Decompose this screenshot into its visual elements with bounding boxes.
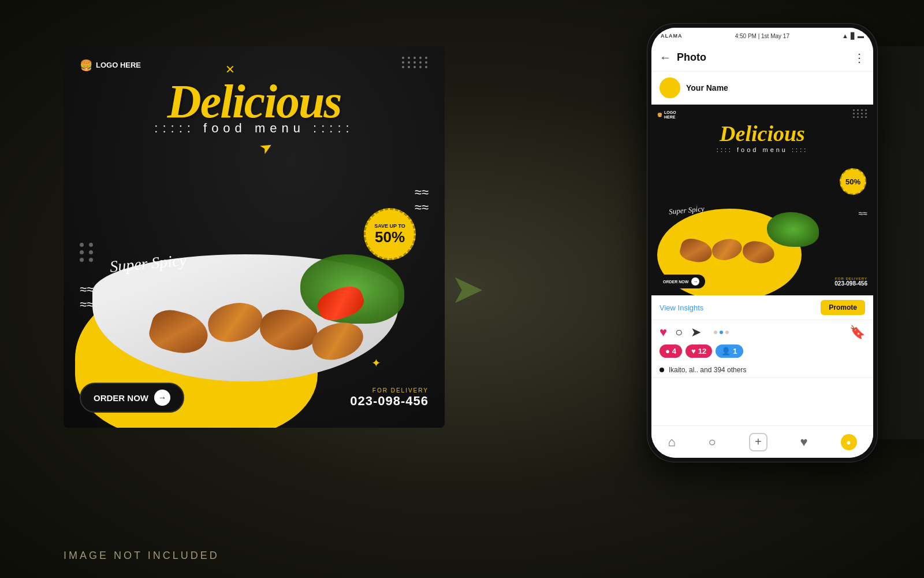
- view-insights-link[interactable]: View Insights: [660, 303, 703, 312]
- profile-icon-symbol: ●: [846, 438, 851, 447]
- wifi-icon: ▲: [842, 32, 848, 39]
- order-now-button[interactable]: ORDER NOW →: [80, 383, 184, 413]
- delivery-phone: 023-098-456: [350, 394, 429, 409]
- center-arrow: ➤: [450, 265, 485, 313]
- food-menu-subtitle: ::::: food menu :::::: [64, 121, 445, 136]
- ph-order-arrow: →: [691, 277, 699, 286]
- user-notif-icon: 👤: [721, 347, 731, 355]
- share-button[interactable]: ➤: [691, 325, 701, 340]
- phone-mockup: ALAMA 4:50 PM | 1st May 17 ▲ ▊ ▬ ← Photo…: [647, 23, 878, 462]
- liked-by-avatar-dot: [660, 368, 664, 372]
- add-icon-symbol: +: [755, 435, 762, 449]
- status-bar: ALAMA 4:50 PM | 1st May 17 ▲ ▊ ▬: [651, 28, 873, 44]
- profile-nav-icon[interactable]: ●: [841, 434, 857, 450]
- ph-delicious-title: Delicious: [651, 121, 873, 146]
- discount-percent: 50%: [375, 229, 405, 244]
- food-image-area: [92, 225, 416, 381]
- wave-decoration-right: ≈≈≈≈: [415, 185, 429, 215]
- phone-screen: ALAMA 4:50 PM | 1st May 17 ▲ ▊ ▬ ← Photo…: [651, 28, 873, 458]
- ph-order-label: ORDER NOW: [663, 280, 688, 284]
- battery-icon: ▬: [858, 32, 864, 39]
- user-notif-count: 1: [733, 347, 737, 355]
- ph-logo: 🍔 LOGOHERE: [657, 110, 676, 119]
- comment-notif[interactable]: ● 4: [660, 344, 682, 358]
- title-area: Delicious ::::: food menu :::::: [64, 78, 445, 136]
- dots-right-deco: :::::: [313, 121, 354, 135]
- insights-bar: View Insights Promote: [651, 295, 873, 320]
- logo-area: 🍔 LOGO HERE: [80, 59, 141, 72]
- nav-title: Photo: [677, 51, 848, 64]
- ph-save-badge: 50%: [840, 168, 866, 195]
- like-notif-count: 12: [698, 347, 706, 355]
- ph-wing1: [678, 236, 714, 266]
- food-ad-card: 🍔 LOGO HERE Delicious ::::: food menu ::…: [64, 46, 445, 428]
- carrier-text: ALAMA: [661, 33, 683, 39]
- home-nav-icon[interactable]: ⌂: [668, 435, 675, 450]
- bookmark-button[interactable]: 🔖: [850, 325, 865, 340]
- promote-button[interactable]: Promote: [821, 300, 865, 315]
- ph-wing3: [742, 239, 776, 265]
- ph-logo-text: LOGOHERE: [664, 110, 676, 119]
- profile-row: Your Name: [651, 72, 873, 105]
- order-btn-label: ORDER NOW: [94, 393, 148, 403]
- ph-delivery-info: FOR DELIVERY 023-098-456: [834, 277, 867, 287]
- star-cross-tl: ✕: [225, 62, 235, 76]
- dot-2: [720, 331, 723, 334]
- profile-name: Your Name: [686, 83, 865, 92]
- bottom-label: IMAGE NOT INCLUDED: [64, 550, 219, 562]
- like-notif[interactable]: ♥ 12: [685, 344, 712, 358]
- liked-by-text: lkaito, al.. and 394 others: [669, 366, 746, 374]
- notification-bubbles: ● 4 ♥ 12 👤 1: [651, 344, 873, 362]
- user-notif[interactable]: 👤 1: [716, 344, 743, 358]
- ph-food-items: [657, 189, 819, 270]
- avatar: [660, 77, 680, 98]
- ph-wing2: [710, 237, 743, 262]
- search-nav-icon[interactable]: ○: [709, 435, 716, 450]
- action-bar: ♥ ○ ➤ 🔖: [651, 320, 873, 344]
- dots-left-deco: :::::: [154, 121, 195, 135]
- dot-3: [725, 331, 729, 334]
- likes-nav-icon[interactable]: ♥: [800, 435, 808, 450]
- post-image: 🍔 LOGOHERE Delicious :::: food menu ::::: [651, 105, 873, 295]
- ph-discount-pct: 50%: [845, 177, 860, 186]
- delicious-title: Delicious: [64, 78, 445, 125]
- comment-notif-icon: ●: [665, 347, 670, 355]
- ph-lettuce: [767, 212, 819, 247]
- more-options-button[interactable]: ⋮: [854, 51, 865, 65]
- ph-title-area: Delicious :::: food menu ::::: [651, 121, 873, 153]
- like-button[interactable]: ♥: [660, 325, 667, 340]
- burger-icon: 🍔: [80, 59, 92, 72]
- like-notif-icon: ♥: [691, 347, 696, 355]
- ph-delivery-label: FOR DELIVERY: [834, 277, 867, 280]
- wave-decoration-left: ≈≈≈≈: [80, 282, 94, 312]
- back-button[interactable]: ←: [660, 51, 671, 64]
- for-delivery-label: FOR DELIVERY: [350, 387, 429, 394]
- liked-by-section: lkaito, al.. and 394 others: [651, 362, 873, 378]
- carousel-indicator: [714, 331, 729, 334]
- phone-bottom-nav: ⌂ ○ + ♥ ●: [651, 425, 873, 458]
- logo-text: LOGO HERE: [96, 61, 141, 70]
- card-bottom-bar: ORDER NOW → FOR DELIVERY 023-098-456: [64, 376, 445, 428]
- comment-notif-count: 4: [672, 347, 676, 355]
- ph-burger-icon: 🍔: [657, 113, 662, 117]
- dot-1: [714, 331, 717, 334]
- save-badge: SAVE UP TO 50%: [364, 208, 416, 260]
- comment-button[interactable]: ○: [675, 325, 683, 340]
- ph-phone-number: 023-098-456: [834, 280, 867, 287]
- dots-grid-decoration: [402, 57, 429, 68]
- time-text: 4:50 PM | 1st May 17: [735, 33, 789, 39]
- status-icons: ▲ ▊ ▬: [842, 32, 864, 40]
- ph-food-menu-subtitle: :::: food menu ::::: [651, 146, 873, 153]
- ph-wave: ≈≈: [859, 209, 867, 218]
- signal-icon: ▊: [851, 32, 855, 40]
- ph-dots-grid: [853, 109, 867, 118]
- order-btn-arrow: →: [154, 390, 170, 406]
- ph-order-btn[interactable]: ORDER NOW →: [657, 275, 705, 288]
- ph-post-bottom-bar: ORDER NOW → FOR DELIVERY 023-098-456: [651, 270, 873, 295]
- phone-nav: ← Photo ⋮: [651, 44, 873, 72]
- delivery-info: FOR DELIVERY 023-098-456: [350, 387, 429, 409]
- add-post-button[interactable]: +: [749, 433, 767, 451]
